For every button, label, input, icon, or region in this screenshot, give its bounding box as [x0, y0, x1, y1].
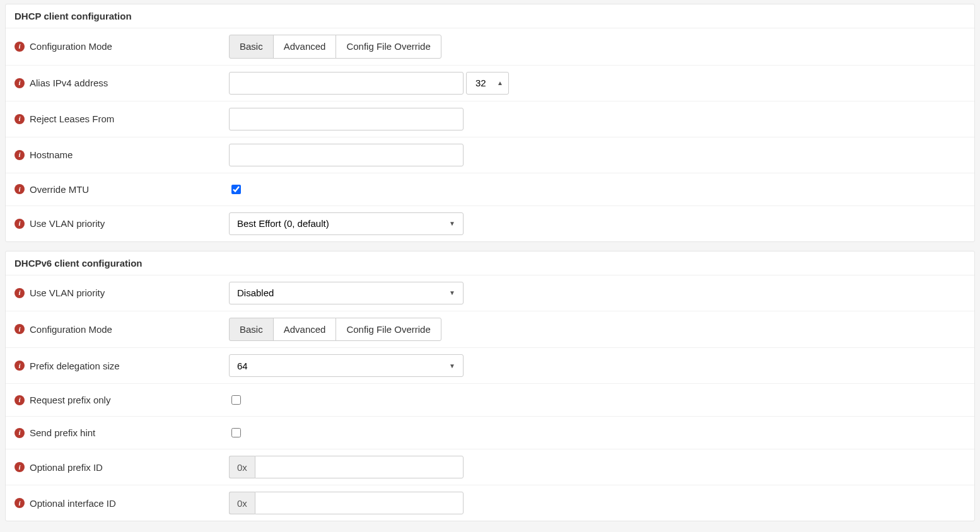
config-mode-v6-override-button[interactable]: Config File Override [335, 318, 441, 342]
config-mode-v6-basic-button[interactable]: Basic [229, 318, 274, 342]
config-mode-toggle: Basic Advanced Config File Override [229, 35, 441, 59]
info-icon[interactable]: i [15, 498, 25, 508]
info-icon[interactable]: i [15, 288, 25, 298]
dhcp6-panel: DHCPv6 client configuration i Use VLAN p… [5, 251, 975, 522]
row-vlan-priority: i Use VLAN priority Best Effort (0, defa… [6, 205, 974, 241]
vlan-priority-select[interactable]: Best Effort (0, default) ▼ [229, 212, 464, 235]
vlan-priority-value: Best Effort (0, default) [237, 218, 329, 229]
interface-id-addon: 0x [229, 492, 255, 514]
label-prefix-delegation: Prefix delegation size [30, 361, 120, 371]
send-prefix-hint-checkbox[interactable] [231, 428, 241, 437]
label-optional-prefix-id: Optional prefix ID [30, 462, 103, 473]
optional-interface-id-input[interactable] [255, 492, 464, 514]
info-icon[interactable]: i [15, 78, 25, 88]
override-mtu-checkbox[interactable] [231, 185, 241, 194]
label-config-mode-v6: Configuration Mode [30, 324, 112, 335]
config-mode-basic-button[interactable]: Basic [229, 35, 274, 59]
row-optional-interface-id: i Optional interface ID 0x [6, 485, 974, 521]
row-alias-ipv4: i Alias IPv4 address 32 ▲ [6, 65, 974, 101]
info-icon[interactable]: i [15, 462, 25, 472]
row-override-mtu: i Override MTU [6, 173, 974, 205]
vlan-priority-v6-select[interactable]: Disabled ▼ [229, 282, 464, 304]
info-icon[interactable]: i [15, 361, 25, 371]
config-mode-v6-advanced-button[interactable]: Advanced [273, 318, 337, 342]
info-icon[interactable]: i [15, 184, 25, 194]
dhcp6-title: DHCPv6 client configuration [6, 252, 974, 275]
dhcp4-title: DHCP client configuration [6, 4, 974, 28]
prefix-id-addon: 0x [229, 456, 255, 478]
row-prefix-delegation: i Prefix delegation size 64 ▼ [6, 347, 974, 383]
alias-ipv4-cidr-select[interactable]: 32 ▲ [466, 72, 509, 95]
row-config-mode-v6: i Configuration Mode Basic Advanced Conf… [6, 311, 974, 348]
label-reject-leases: Reject Leases From [30, 113, 114, 124]
dhcp4-panel: DHCP client configuration i Configuratio… [5, 4, 975, 242]
alias-ipv4-cidr-value: 32 [475, 78, 486, 88]
label-hostname: Hostname [30, 149, 73, 160]
optional-prefix-id-input[interactable] [255, 456, 464, 478]
prefix-delegation-value: 64 [237, 361, 248, 371]
info-icon[interactable]: i [15, 324, 25, 334]
info-icon[interactable]: i [15, 219, 25, 229]
info-icon[interactable]: i [15, 150, 25, 160]
info-icon[interactable]: i [15, 42, 25, 52]
caret-down-icon: ▼ [449, 220, 455, 227]
row-vlan-priority-v6: i Use VLAN priority Disabled ▼ [6, 275, 974, 311]
reject-leases-input[interactable] [229, 108, 464, 130]
label-send-prefix-hint: Send prefix hint [30, 427, 95, 438]
label-override-mtu: Override MTU [30, 184, 89, 195]
info-icon[interactable]: i [15, 428, 25, 438]
label-vlan-priority: Use VLAN priority [30, 218, 105, 229]
caret-up-icon: ▲ [497, 79, 503, 86]
label-request-prefix: Request prefix only [30, 395, 110, 405]
row-config-mode: i Configuration Mode Basic Advanced Conf… [6, 28, 974, 65]
label-config-mode: Configuration Mode [30, 41, 112, 52]
alias-ipv4-input[interactable] [229, 72, 464, 95]
request-prefix-checkbox[interactable] [231, 395, 241, 405]
row-send-prefix-hint: i Send prefix hint [6, 416, 974, 449]
row-hostname: i Hostname [6, 137, 974, 173]
info-icon[interactable]: i [15, 395, 25, 405]
row-request-prefix: i Request prefix only [6, 383, 974, 416]
caret-down-icon: ▼ [449, 289, 455, 296]
vlan-priority-v6-value: Disabled [237, 287, 274, 298]
caret-down-icon: ▼ [449, 362, 455, 369]
row-reject-leases: i Reject Leases From [6, 101, 974, 137]
label-alias-ipv4: Alias IPv4 address [30, 78, 108, 88]
label-optional-interface-id: Optional interface ID [30, 498, 116, 509]
hostname-input[interactable] [229, 144, 464, 166]
config-mode-v6-toggle: Basic Advanced Config File Override [229, 318, 441, 342]
config-mode-advanced-button[interactable]: Advanced [273, 35, 337, 59]
row-optional-prefix-id: i Optional prefix ID 0x [6, 449, 974, 485]
info-icon[interactable]: i [15, 114, 25, 124]
config-mode-override-button[interactable]: Config File Override [335, 35, 441, 59]
label-vlan-priority-v6: Use VLAN priority [30, 287, 105, 298]
prefix-delegation-select[interactable]: 64 ▼ [229, 354, 464, 377]
